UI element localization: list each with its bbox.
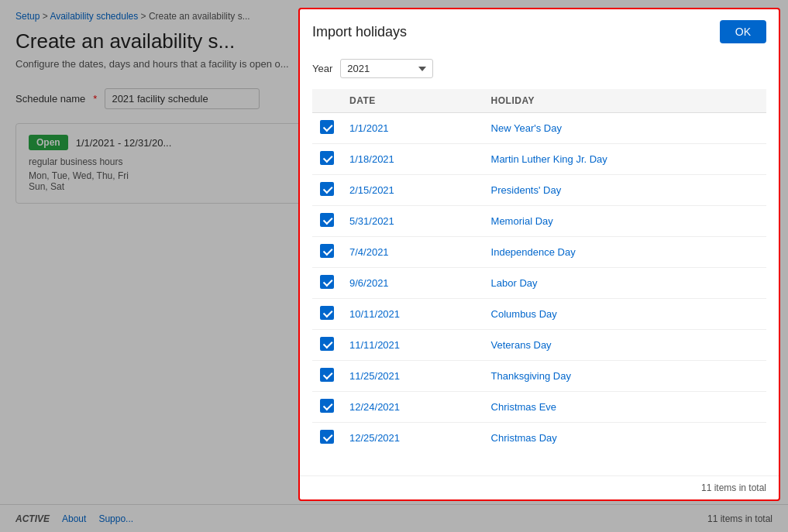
holiday-date: 10/11/2021: [342, 299, 483, 330]
ok-button[interactable]: OK: [720, 20, 766, 43]
table-row: 10/11/2021Columbus Day: [312, 299, 766, 330]
holiday-checkbox[interactable]: [320, 306, 334, 320]
table-row: 7/4/2021Independence Day: [312, 237, 766, 268]
holiday-name: New Year's Day: [483, 113, 766, 144]
table-row: 5/31/2021Memorial Day: [312, 206, 766, 237]
holiday-checkbox-cell: [312, 175, 342, 206]
year-row: Year 2021 2022 2020: [312, 59, 766, 78]
holiday-checkbox-cell: [312, 206, 342, 237]
table-row: 1/18/2021Martin Luther King Jr. Day: [312, 144, 766, 175]
holiday-checkbox-cell: [312, 330, 342, 361]
holiday-name: Presidents' Day: [483, 175, 766, 206]
holiday-checkbox-cell: [312, 144, 342, 175]
dialog-title: Import holidays: [312, 24, 407, 40]
import-holidays-dialog: Import holidays OK Year 2021 2022 2020 D…: [298, 8, 780, 501]
holiday-date: 2/15/2021: [342, 175, 483, 206]
holiday-checkbox[interactable]: [320, 337, 334, 351]
dialog-header: Import holidays OK: [300, 9, 779, 51]
holiday-date: 11/25/2021: [342, 361, 483, 392]
holiday-date: 12/25/2021: [342, 423, 483, 454]
year-label: Year: [312, 63, 332, 74]
table-row: 1/1/2021New Year's Day: [312, 113, 766, 144]
table-row: 11/11/2021Veterans Day: [312, 330, 766, 361]
holiday-checkbox-cell: [312, 237, 342, 268]
holiday-date: 1/18/2021: [342, 144, 483, 175]
holiday-name: Independence Day: [483, 237, 766, 268]
holiday-checkbox[interactable]: [320, 244, 334, 258]
holiday-date: 5/31/2021: [342, 206, 483, 237]
dialog-footer: 11 items in total: [300, 475, 779, 499]
table-row: 12/24/2021Christmas Eve: [312, 392, 766, 423]
holiday-checkbox-cell: [312, 392, 342, 423]
holiday-name: Thanksgiving Day: [483, 361, 766, 392]
items-total: 11 items in total: [701, 482, 766, 493]
holiday-date: 11/11/2021: [342, 330, 483, 361]
holiday-date: 1/1/2021: [342, 113, 483, 144]
holiday-checkbox[interactable]: [320, 213, 334, 227]
holiday-name: Martin Luther King Jr. Day: [483, 144, 766, 175]
holiday-name: Christmas Eve: [483, 392, 766, 423]
holiday-checkbox-cell: [312, 268, 342, 299]
table-row: 11/25/2021Thanksgiving Day: [312, 361, 766, 392]
col-check-header: [312, 89, 342, 113]
table-row: 12/25/2021Christmas Day: [312, 423, 766, 454]
holiday-name: Christmas Day: [483, 423, 766, 454]
holiday-checkbox[interactable]: [320, 399, 334, 413]
col-holiday-header: HOLIDAY: [483, 89, 766, 113]
holiday-date: 12/24/2021: [342, 392, 483, 423]
holiday-date: 9/6/2021: [342, 268, 483, 299]
col-date-header: DATE: [342, 89, 483, 113]
year-select[interactable]: 2021 2022 2020: [340, 59, 433, 78]
holiday-checkbox[interactable]: [320, 151, 334, 165]
holiday-name: Memorial Day: [483, 206, 766, 237]
holiday-checkbox[interactable]: [320, 275, 334, 289]
holiday-name: Labor Day: [483, 268, 766, 299]
holiday-checkbox[interactable]: [320, 430, 334, 444]
dialog-body: Year 2021 2022 2020 DATE HOLIDAY 1/1/202…: [300, 51, 779, 475]
table-row: 9/6/2021Labor Day: [312, 268, 766, 299]
holiday-checkbox[interactable]: [320, 120, 334, 134]
holiday-checkbox-cell: [312, 361, 342, 392]
holiday-checkbox-cell: [312, 423, 342, 454]
holiday-checkbox[interactable]: [320, 182, 334, 196]
holiday-checkbox-cell: [312, 113, 342, 144]
table-row: 2/15/2021Presidents' Day: [312, 175, 766, 206]
holiday-checkbox-cell: [312, 299, 342, 330]
holiday-name: Veterans Day: [483, 330, 766, 361]
holiday-checkbox[interactable]: [320, 368, 334, 382]
holiday-name: Columbus Day: [483, 299, 766, 330]
holiday-date: 7/4/2021: [342, 237, 483, 268]
holidays-table: DATE HOLIDAY 1/1/2021New Year's Day1/18/…: [312, 89, 766, 453]
